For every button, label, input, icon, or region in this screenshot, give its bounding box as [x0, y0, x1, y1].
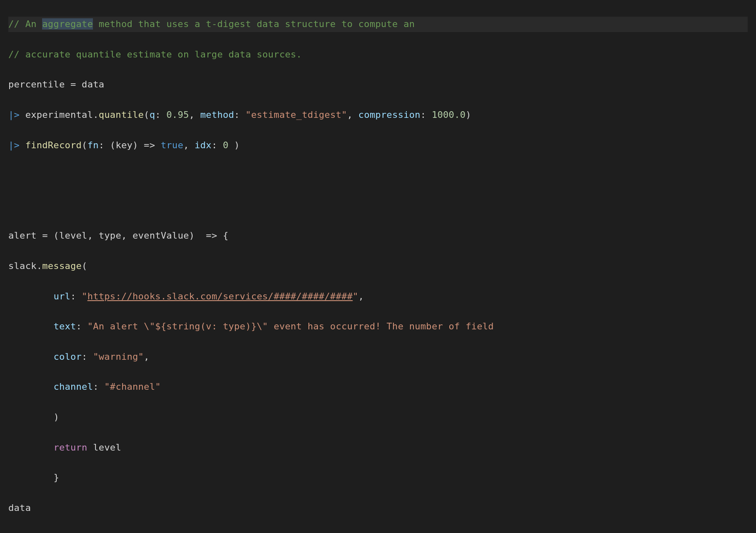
code-line[interactable]: channel: "#channel"	[8, 379, 748, 394]
code-line[interactable]	[8, 168, 748, 183]
pipe-operator: |>	[8, 140, 25, 150]
comment-text: method that uses a t-digest data structu…	[93, 19, 415, 29]
code-line[interactable]: data	[8, 501, 748, 516]
comment-text: // accurate quantile estimate on large d…	[8, 49, 302, 60]
function-call: quantile	[99, 110, 144, 120]
code-line[interactable]: url: "https://hooks.slack.com/services/#…	[8, 289, 748, 304]
code-line[interactable]: text: "An alert \"${string(v: type)}\" e…	[8, 319, 748, 334]
code-line[interactable]	[8, 198, 748, 213]
code-line[interactable]: }	[8, 470, 748, 485]
variable: percentile	[8, 79, 65, 90]
code-line[interactable]: )	[8, 410, 748, 425]
code-editor[interactable]: // An aggregate method that uses a t-dig…	[8, 2, 748, 533]
pipe-operator: |>	[8, 110, 25, 120]
return-keyword: return	[53, 442, 87, 453]
url-string: https://hooks.slack.com/services/####/##…	[88, 291, 353, 301]
code-line[interactable]: percentile = data	[8, 77, 748, 92]
code-line[interactable]: |> map(	[8, 531, 748, 533]
code-line[interactable]: // An aggregate method that uses a t-dig…	[8, 17, 748, 32]
selected-text: aggregate	[42, 18, 93, 30]
code-line[interactable]: color: "warning",	[8, 349, 748, 364]
variable: alert	[8, 230, 37, 241]
code-line[interactable]: return level	[8, 440, 748, 455]
code-line[interactable]: |> findRecord(fn: (key) => true, idx: 0 …	[8, 138, 748, 153]
comment-text: // An	[8, 19, 42, 29]
code-line[interactable]: alert = (level, type, eventValue) => {	[8, 228, 748, 243]
code-line[interactable]: slack.message(	[8, 259, 748, 274]
function-call: findRecord	[25, 140, 82, 150]
code-line[interactable]: |> experimental.quantile(q: 0.95, method…	[8, 107, 748, 122]
function-call: message	[42, 261, 82, 271]
code-line[interactable]: // accurate quantile estimate on large d…	[8, 47, 748, 62]
